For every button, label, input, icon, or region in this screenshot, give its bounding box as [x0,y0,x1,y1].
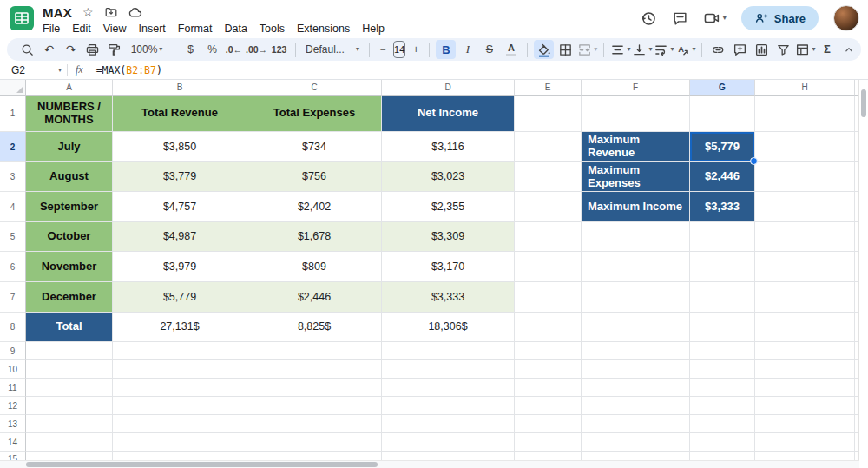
cell-B5[interactable]: $4,987 [113,222,247,252]
cell-E5[interactable] [515,222,582,252]
redo-icon[interactable]: ↷ [61,40,81,59]
menu-format[interactable]: Format [172,23,219,35]
filter-views-icon[interactable]: ▾ [795,40,815,59]
cell-G14[interactable] [690,433,755,452]
cell-B4[interactable]: $4,757 [113,192,247,222]
horizontal-align-icon[interactable]: ▾ [610,40,630,59]
cell-F7[interactable] [582,282,690,313]
format-percent-button[interactable]: % [202,40,222,59]
cell-A5[interactable]: October [26,222,113,252]
undo-icon[interactable]: ↶ [39,40,59,59]
row-header-4[interactable]: 4 [0,192,26,222]
menu-extensions[interactable]: Extensions [291,23,356,35]
cell-E13[interactable] [515,415,582,433]
insert-comment-icon[interactable] [730,40,750,59]
row-header-14[interactable]: 14 [0,433,26,452]
font-size-input[interactable]: 14 [393,41,405,58]
cell-H8[interactable] [755,313,855,342]
menu-help[interactable]: Help [356,23,391,35]
cell-F10[interactable] [582,360,690,379]
fill-handle[interactable] [750,157,758,165]
merge-cells-icon[interactable]: ▾ [577,40,597,59]
share-button[interactable]: Share [741,6,819,30]
column-header-H[interactable]: H [755,80,855,96]
cell-H3[interactable] [755,162,855,192]
comments-icon[interactable] [672,10,688,27]
text-color-button[interactable]: A [501,40,521,59]
cell-B1[interactable]: Total Revenue [113,96,247,132]
star-icon[interactable]: ☆ [82,6,94,18]
cell-G4[interactable]: $3,333 [690,192,755,222]
cell-B13[interactable] [113,415,247,433]
cell-D12[interactable] [382,397,515,415]
menu-edit[interactable]: Edit [66,23,97,35]
format-currency-button[interactable]: $ [181,40,201,59]
version-history-icon[interactable] [641,10,657,27]
cell-D11[interactable] [382,379,515,397]
cell-A2[interactable]: July [26,132,113,162]
cell-A1[interactable]: NUMBERS / MONTHS [26,96,113,132]
number-format-button[interactable]: 123 [269,40,289,59]
cell-H14[interactable] [755,433,855,452]
cell-C5[interactable]: $1,678 [247,222,382,252]
cell-H11[interactable] [755,379,855,397]
menu-data[interactable]: Data [218,23,253,35]
column-header-D[interactable]: D [382,80,515,96]
cell-B11[interactable] [113,379,247,397]
cell-B9[interactable] [113,342,247,360]
row-header-1[interactable]: 1 [0,96,26,132]
cell-A12[interactable] [26,397,113,415]
cell-A8[interactable]: Total [26,313,113,342]
cell-G5[interactable] [690,222,755,252]
cell-G2[interactable]: $5,779 [690,132,755,162]
cell-A4[interactable]: September [26,192,113,222]
cell-C13[interactable] [247,415,382,433]
cell-E10[interactable] [515,360,582,379]
cell-D9[interactable] [382,342,515,360]
cell-H1[interactable] [755,96,855,132]
cell-E9[interactable] [515,342,582,360]
menu-insert[interactable]: Insert [133,23,172,35]
cell-A9[interactable] [26,342,113,360]
cell-H7[interactable] [755,282,855,313]
cell-D6[interactable]: $3,170 [382,252,515,282]
cell-C12[interactable] [247,397,382,415]
video-call-icon[interactable] [703,10,720,27]
cell-B10[interactable] [113,360,247,379]
cell-E3[interactable] [515,162,582,192]
cell-C8[interactable]: 8,825$ [247,313,382,342]
cell-E4[interactable] [515,192,582,222]
row-header-13[interactable]: 13 [0,415,26,433]
menu-file[interactable]: File [36,23,66,35]
cell-C1[interactable]: Total Expenses [247,96,382,132]
column-header-A[interactable]: A [26,80,113,96]
cell-D4[interactable]: $2,355 [382,192,515,222]
row-header-8[interactable]: 8 [0,313,26,342]
column-header-G[interactable]: G [690,80,755,96]
cell-G3[interactable]: $2,446 [690,162,755,192]
cell-G10[interactable] [690,360,755,379]
vertical-align-icon[interactable]: ▾ [632,40,652,59]
menu-view[interactable]: View [97,23,133,35]
strikethrough-button[interactable]: S [479,40,499,59]
cell-H4[interactable] [755,192,855,222]
cell-A13[interactable] [26,415,113,433]
cell-G7[interactable] [690,282,755,313]
cell-G1[interactable] [690,96,755,132]
cell-C7[interactable]: $2,446 [247,282,382,313]
decrease-decimal-button[interactable]: .0← [224,40,244,59]
column-header-E[interactable]: E [515,80,582,96]
cell-H6[interactable] [755,252,855,282]
cell-D3[interactable]: $3,023 [382,162,515,192]
cell-B7[interactable]: $5,779 [113,282,247,313]
cell-E11[interactable] [515,379,582,397]
sheets-logo[interactable] [10,6,34,30]
cell-D5[interactable]: $3,309 [382,222,515,252]
row-header-3[interactable]: 3 [0,162,26,192]
cell-F3[interactable]: Maximum Expenses [582,162,690,192]
cell-C6[interactable]: $809 [247,252,382,282]
cell-A10[interactable] [26,360,113,379]
text-rotation-icon[interactable]: A ▾ [675,40,695,59]
cell-B14[interactable] [113,433,247,452]
cell-G8[interactable] [690,313,755,342]
